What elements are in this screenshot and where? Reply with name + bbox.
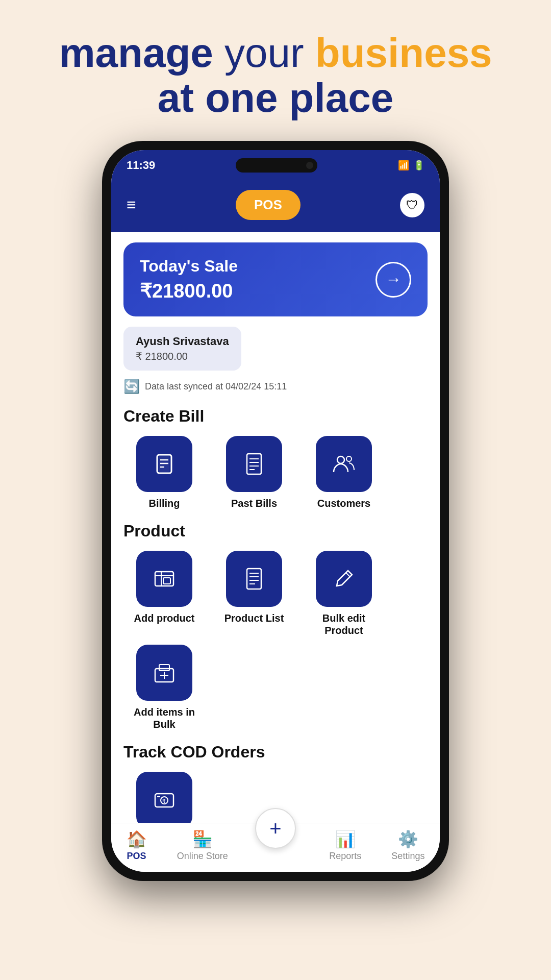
cod-tile[interactable]: ₹ COD [123, 772, 205, 823]
sync-row: 🔄 Data last synced at 04/02/24 15:11 [123, 379, 428, 395]
sale-amount: ₹21800.00 [140, 280, 238, 302]
nav-store-label: Online Store [177, 851, 228, 862]
svg-rect-15 [247, 569, 261, 589]
nav-pos[interactable]: 🏠 POS [127, 829, 147, 862]
bulk-edit-icon [316, 551, 372, 607]
cod-icon: ₹ [136, 772, 192, 823]
add-product-icon [136, 551, 192, 607]
product-list-label: Product List [224, 612, 284, 624]
nav-reports[interactable]: 📊 Reports [329, 829, 361, 862]
headline-business: business [315, 30, 492, 76]
nav-settings-label: Settings [391, 851, 424, 862]
sale-title: Today's Sale [140, 257, 238, 276]
create-bill-heading: Create Bill [123, 407, 428, 426]
phone-shell: 11:39 📶 🔋 ≡ POS 🛡 Today's Sale ₹21800.00… [102, 141, 449, 881]
phone-screen: 11:39 📶 🔋 ≡ POS 🛡 Today's Sale ₹21800.00… [111, 150, 440, 872]
sale-arrow-button[interactable]: → [375, 262, 411, 298]
nav-settings[interactable]: ⚙️ Settings [391, 829, 424, 862]
create-bill-grid: Billing Past Bills [123, 436, 428, 509]
user-name: Ayush Srivastava [136, 335, 229, 348]
add-items-bulk-label: Add items in Bulk [123, 706, 205, 730]
product-list-tile[interactable]: Product List [213, 551, 295, 636]
nav-pos-label: POS [127, 851, 146, 862]
wifi-icon: 📶 [398, 160, 409, 171]
pos-button[interactable]: POS [236, 190, 300, 220]
billing-icon [136, 436, 192, 492]
headline-line2: at one place [59, 76, 492, 120]
past-bills-label: Past Bills [231, 497, 277, 509]
product-list-icon [226, 551, 282, 607]
notch [236, 158, 317, 173]
bulk-edit-label: Bulk edit Product [303, 612, 385, 636]
cod-heading: Track COD Orders [123, 743, 428, 762]
battery-icon: 🔋 [413, 160, 424, 171]
nav-reports-icon: 📊 [335, 829, 356, 849]
product-section: Product Add product [123, 522, 428, 730]
billing-label: Billing [148, 497, 180, 509]
svg-rect-14 [163, 578, 170, 584]
past-bills-icon [226, 436, 282, 492]
svg-rect-4 [247, 454, 261, 474]
billing-tile[interactable]: Billing [123, 436, 205, 509]
add-product-label: Add product [134, 612, 195, 624]
fab-button[interactable]: + [255, 808, 296, 849]
customers-icon [316, 436, 372, 492]
nav-settings-icon: ⚙️ [398, 829, 418, 849]
product-heading: Product [123, 522, 428, 541]
nav-reports-label: Reports [329, 851, 361, 862]
menu-icon[interactable]: ≡ [127, 195, 136, 214]
svg-point-9 [337, 456, 344, 463]
camera [306, 162, 313, 169]
customers-label: Customers [317, 497, 370, 509]
main-content: Ayush Srivastava ₹ 21800.00 🔄 Data last … [111, 327, 440, 823]
add-items-bulk-tile[interactable]: Add items in Bulk [123, 645, 205, 730]
status-time: 11:39 [127, 159, 155, 172]
headline-your: your [213, 30, 315, 76]
user-badge: Ayush Srivastava ₹ 21800.00 [123, 327, 241, 371]
svg-text:₹: ₹ [162, 798, 166, 804]
app-header: ≡ POS 🛡 [111, 181, 440, 232]
sync-icon: 🔄 [123, 379, 140, 395]
svg-point-10 [346, 456, 352, 461]
headline: manage your business at one place [59, 31, 492, 120]
sync-text: Data last synced at 04/02/24 15:11 [145, 381, 287, 392]
create-bill-section: Create Bill [123, 407, 428, 509]
shield-icon[interactable]: 🛡 [400, 193, 424, 217]
bulk-edit-tile[interactable]: Bulk edit Product [303, 551, 385, 636]
product-grid: Add product Product List [123, 551, 428, 730]
add-product-tile[interactable]: Add product [123, 551, 205, 636]
svg-rect-22 [159, 665, 169, 671]
nav-pos-icon: 🏠 [127, 829, 147, 849]
status-icons: 📶 🔋 [398, 160, 424, 171]
nav-online-store[interactable]: 🏪 Online Store [177, 829, 228, 862]
headline-manage: manage [59, 30, 213, 76]
svg-line-20 [346, 573, 350, 577]
past-bills-tile[interactable]: Past Bills [213, 436, 295, 509]
nav-store-icon: 🏪 [192, 829, 213, 849]
bottom-nav: + 🏠 POS 🏪 Online Store 📊 Reports ⚙️ Sett… [111, 823, 440, 872]
customers-tile[interactable]: Customers [303, 436, 385, 509]
sale-card[interactable]: Today's Sale ₹21800.00 → [123, 242, 428, 316]
add-items-bulk-icon [136, 645, 192, 701]
status-bar: 11:39 📶 🔋 [111, 150, 440, 181]
user-amount: ₹ 21800.00 [136, 350, 229, 362]
